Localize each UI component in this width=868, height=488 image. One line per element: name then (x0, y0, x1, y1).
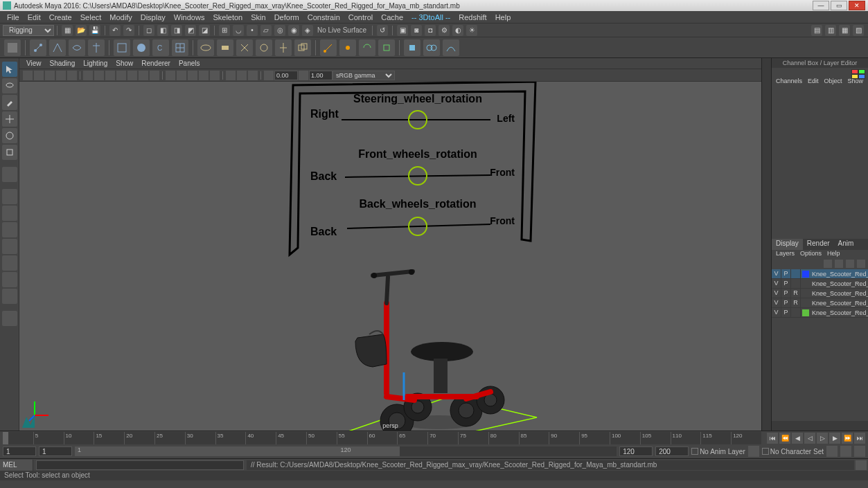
make-live-icon[interactable]: ◈ (302, 25, 313, 36)
tab-render[interactable]: Render (803, 239, 834, 250)
render-settings-icon[interactable]: ⚙ (439, 25, 450, 36)
move-tool-icon[interactable] (2, 111, 17, 127)
step-fwd-key-icon[interactable]: ⏩ (842, 433, 853, 444)
layers-layers[interactable]: Layers (773, 250, 797, 260)
blend-shape-icon[interactable] (423, 39, 440, 56)
play-back-icon[interactable]: ◁ (804, 433, 815, 444)
move-layer-down-icon[interactable] (835, 260, 843, 268)
menu-redshift[interactable]: Redshift (454, 12, 490, 23)
select-multi-icon[interactable]: ◪ (199, 25, 210, 36)
new-layer-selected-icon[interactable] (857, 260, 865, 268)
grid-icon[interactable] (83, 71, 93, 80)
constraint-scale-icon[interactable] (378, 39, 395, 56)
bookmark-icon[interactable] (34, 71, 44, 80)
minimize-button[interactable]: — (813, 1, 829, 10)
menu-file[interactable]: File (3, 12, 24, 23)
textured-icon[interactable] (188, 71, 197, 80)
exposure-input[interactable] (274, 71, 298, 80)
safe-title-icon[interactable] (150, 71, 159, 80)
panel-layout-2-icon[interactable]: ▥ (825, 25, 836, 36)
menu-modify[interactable]: Modify (105, 12, 136, 23)
lasso-tool-icon[interactable] (2, 78, 17, 93)
xray-icon[interactable] (237, 71, 247, 80)
range-slider[interactable]: 1 120 (75, 446, 617, 456)
panel-layout-4-icon[interactable]: ▧ (853, 25, 864, 36)
history-toggle-icon[interactable]: ↺ (377, 25, 388, 36)
time-cursor[interactable] (3, 432, 8, 444)
anim-layer-select[interactable]: No Anim Layer (691, 448, 745, 455)
safe-action-icon[interactable] (139, 71, 148, 80)
shelf-tab-icon[interactable] (4, 39, 21, 56)
camera-select-icon[interactable] (23, 71, 33, 80)
menu-create[interactable]: Create (45, 12, 76, 23)
grease-pencil-icon[interactable] (67, 71, 77, 80)
range-end-inner[interactable] (619, 446, 653, 456)
film-gate-icon[interactable] (94, 71, 104, 80)
layers-options[interactable]: Options (797, 250, 824, 260)
constraint-parent-icon[interactable] (320, 39, 337, 56)
panel-shading[interactable]: Shading (46, 59, 80, 68)
panel-view[interactable]: View (22, 59, 46, 68)
play-fwd-icon[interactable]: ▷ (817, 433, 828, 444)
prefs-icon[interactable] (854, 446, 865, 457)
rotate-tool-icon[interactable] (2, 128, 17, 143)
snap-center-icon[interactable]: ◎ (274, 25, 285, 36)
character-set-icon[interactable] (826, 446, 838, 457)
wire-deformer-icon[interactable] (443, 39, 459, 56)
hypershade-icon[interactable]: ◐ (452, 25, 463, 36)
maximize-button[interactable]: ▭ (831, 1, 847, 10)
script-language[interactable]: MEL (0, 460, 33, 471)
mode-selector[interactable]: Rigging (3, 25, 54, 36)
edit-weights-icon[interactable] (256, 39, 272, 56)
cb-object[interactable]: Object (822, 78, 845, 87)
script-editor-icon[interactable] (856, 460, 867, 470)
go-end-icon[interactable]: ⏭ (854, 433, 865, 444)
select-component-icon[interactable]: ◩ (185, 25, 196, 36)
paint-select-icon[interactable] (2, 95, 17, 110)
2d-pan-icon[interactable] (56, 71, 66, 80)
last-tool-icon[interactable] (2, 167, 17, 182)
menu-help[interactable]: Help (491, 12, 515, 23)
open-scene-icon[interactable]: 📂 (76, 25, 87, 36)
graph-persp-icon[interactable] (2, 239, 17, 254)
mirror-weights-icon[interactable] (275, 39, 292, 56)
layer-row[interactable]: VPRKnee_Scooter_Red_Rig (772, 298, 868, 308)
layer-row[interactable]: VPRKnee_Scooter_Red_Rig (772, 289, 868, 298)
light-editor-icon[interactable]: ☀ (466, 25, 477, 36)
snap-grid-icon[interactable]: ⊞ (219, 25, 230, 36)
detach-skin-icon[interactable] (236, 39, 253, 56)
gamma-input[interactable] (309, 71, 333, 80)
tab-display[interactable]: Display (772, 239, 803, 250)
new-scene-icon[interactable]: ▦ (62, 25, 73, 36)
panel-show[interactable]: Show (112, 59, 137, 68)
single-persp-icon[interactable] (2, 189, 17, 204)
range-start-inner[interactable] (39, 446, 72, 456)
gamma-icon[interactable] (299, 71, 308, 80)
set-driven-key-icon[interactable] (404, 39, 420, 56)
colorspace-select[interactable]: sRGB gamma (333, 71, 395, 80)
menu-select[interactable]: Select (76, 12, 106, 23)
panel-panels[interactable]: Panels (175, 59, 204, 68)
menu-edit[interactable]: Edit (24, 12, 45, 23)
constraint-point-icon[interactable] (339, 39, 356, 56)
layer-row[interactable]: VPKnee_Scooter_Red_Rig (772, 269, 868, 279)
field-chart-icon[interactable] (127, 71, 137, 80)
menu-control[interactable]: Control (344, 12, 377, 23)
move-layer-up-icon[interactable] (824, 260, 832, 268)
bind-skin-icon[interactable] (114, 39, 130, 56)
step-back-key-icon[interactable]: ⏪ (779, 433, 790, 444)
step-back-icon[interactable]: ◀ (792, 433, 803, 444)
render-view-icon[interactable]: ▣ (397, 25, 408, 36)
tab-anim[interactable]: Anim (834, 239, 858, 250)
layers-scrollbar[interactable] (772, 421, 868, 431)
render-icon[interactable]: ◙ (411, 25, 422, 36)
menu-constrain[interactable]: Constrain (303, 12, 344, 23)
panel-layout-3-icon[interactable]: ▦ (839, 25, 850, 36)
knee-scooter-model[interactable] (345, 262, 539, 431)
autokey-icon[interactable] (840, 446, 851, 457)
image-plane-icon[interactable] (45, 71, 55, 80)
cb-channels[interactable]: Channels (773, 78, 805, 87)
outliner-persp-icon[interactable] (2, 222, 17, 237)
uv-persp-icon[interactable] (2, 289, 17, 304)
character-set-select[interactable]: No Character Set (762, 448, 824, 455)
